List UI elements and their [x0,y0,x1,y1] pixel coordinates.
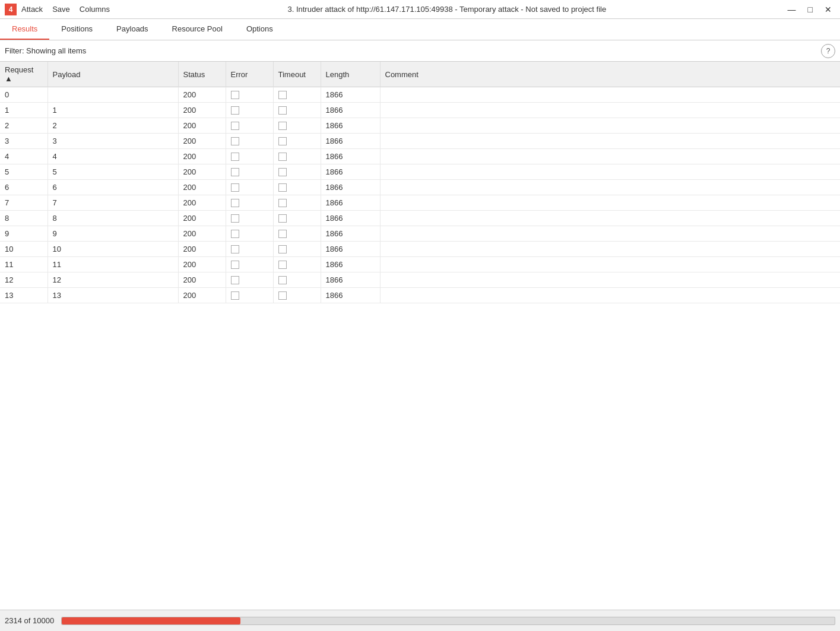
col-header-error[interactable]: Error [226,62,273,87]
checkbox-error[interactable] [231,168,239,176]
checkbox-error[interactable] [231,91,239,99]
checkbox-error[interactable] [231,137,239,145]
checkbox-timeout[interactable] [278,106,287,115]
cell-timeout [273,211,321,226]
checkbox-error[interactable] [231,122,239,130]
cell-comment [380,134,840,149]
menu-bar: AttackSaveColumns [21,5,110,14]
progress-bar-fill [62,617,240,624]
cell-timeout [273,118,321,134]
checkbox-timeout[interactable] [278,214,287,223]
checkbox-timeout[interactable] [278,230,287,238]
cell-status: 200 [178,118,226,134]
checkbox-timeout[interactable] [278,183,287,192]
filter-text: Filter: Showing all items [5,46,821,55]
col-header-status[interactable]: Status [178,62,226,87]
table-row[interactable]: 662001866 [0,180,840,195]
close-button[interactable]: ✕ [821,4,835,15]
checkbox-timeout[interactable] [278,91,287,99]
cell-length: 1866 [321,211,380,226]
checkbox-error[interactable] [231,291,239,300]
col-header-timeout[interactable]: Timeout [273,62,321,87]
col-header-comment[interactable]: Comment [380,62,840,87]
cell-request: 9 [0,226,47,242]
table-row[interactable]: 02001866 [0,87,840,103]
cell-length: 1866 [321,226,380,242]
cell-timeout [273,164,321,180]
col-header-length[interactable]: Length [321,62,380,87]
checkbox-error[interactable] [231,230,239,238]
col-header-request[interactable]: Request ▲ [0,62,47,87]
table-row[interactable]: 992001866 [0,226,840,242]
checkbox-timeout[interactable] [278,168,287,176]
cell-timeout [273,242,321,257]
minimize-button[interactable]: — [784,4,800,15]
menu-item-save[interactable]: Save [52,5,70,14]
checkbox-timeout[interactable] [278,122,287,130]
cell-error [226,257,273,272]
checkbox-timeout[interactable] [278,153,287,161]
cell-comment [380,164,840,180]
tab-options[interactable]: Options [234,19,285,40]
cell-status: 200 [178,211,226,226]
checkbox-error[interactable] [231,106,239,115]
tab-payloads[interactable]: Payloads [104,19,160,40]
table-row[interactable]: 772001866 [0,195,840,211]
cell-comment [380,226,840,242]
cell-length: 1866 [321,134,380,149]
cell-status: 200 [178,164,226,180]
filter-help-button[interactable]: ? [821,44,835,58]
tab-results[interactable]: Results [0,19,49,40]
cell-length: 1866 [321,103,380,118]
cell-payload: 7 [47,195,178,211]
checkbox-error[interactable] [231,214,239,223]
table-row[interactable]: 12122001866 [0,272,840,288]
cell-length: 1866 [321,257,380,272]
checkbox-timeout[interactable] [278,199,287,207]
col-header-payload[interactable]: Payload [47,62,178,87]
cell-timeout [273,87,321,103]
table-row[interactable]: 442001866 [0,149,840,164]
results-table-container[interactable]: Request ▲PayloadStatusErrorTimeoutLength… [0,62,840,610]
table-row[interactable]: 11112001866 [0,257,840,272]
checkbox-timeout[interactable] [278,245,287,253]
menu-item-columns[interactable]: Columns [80,5,110,14]
checkbox-error[interactable] [231,261,239,269]
table-row[interactable]: 882001866 [0,211,840,226]
app-icon: 4 [5,4,17,15]
cell-request: 4 [0,149,47,164]
cell-request: 13 [0,288,47,303]
table-row[interactable]: 13132001866 [0,288,840,303]
checkbox-error[interactable] [231,153,239,161]
checkbox-timeout[interactable] [278,137,287,145]
cell-payload: 12 [47,272,178,288]
checkbox-timeout[interactable] [278,261,287,269]
table-row[interactable]: 222001866 [0,118,840,134]
cell-payload: 3 [47,134,178,149]
cell-status: 200 [178,103,226,118]
maximize-button[interactable]: □ [804,4,816,15]
cell-error [226,211,273,226]
menu-item-attack[interactable]: Attack [21,5,43,14]
checkbox-error[interactable] [231,199,239,207]
title-bar: 4 AttackSaveColumns 3. Intruder attack o… [0,0,840,19]
cell-error [226,149,273,164]
cell-request: 8 [0,211,47,226]
tab-positions[interactable]: Positions [49,19,104,40]
checkbox-error[interactable] [231,183,239,192]
cell-status: 200 [178,288,226,303]
tab-resource-pool[interactable]: Resource Pool [160,19,234,40]
cell-request: 11 [0,257,47,272]
table-row[interactable]: 112001866 [0,103,840,118]
cell-comment [380,211,840,226]
checkbox-timeout[interactable] [278,276,287,284]
checkbox-error[interactable] [231,276,239,284]
table-row[interactable]: 552001866 [0,164,840,180]
table-row[interactable]: 332001866 [0,134,840,149]
table-row[interactable]: 10102001866 [0,242,840,257]
checkbox-timeout[interactable] [278,291,287,300]
cell-error [226,134,273,149]
table-header-row: Request ▲PayloadStatusErrorTimeoutLength… [0,62,840,87]
tab-bar: ResultsPositionsPayloadsResource PoolOpt… [0,19,840,40]
checkbox-error[interactable] [231,245,239,253]
